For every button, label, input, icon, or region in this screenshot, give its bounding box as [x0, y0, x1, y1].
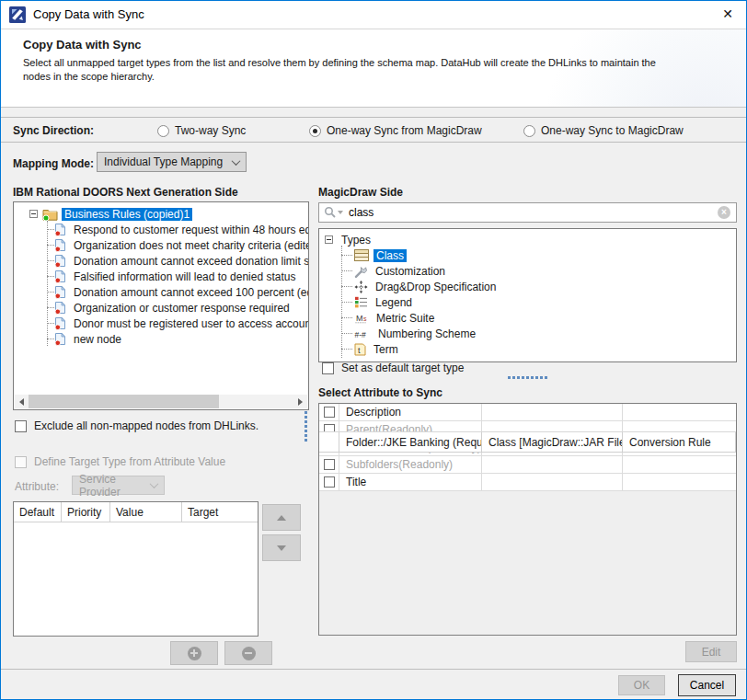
term-icon: t: [354, 343, 366, 356]
attribute-name-cell: Title: [339, 474, 482, 490]
tree-item-label: Donation amount cannot exceed donation l…: [71, 255, 309, 268]
collapse-expander-icon[interactable]: [325, 235, 333, 244]
set-default-target-checkbox-row[interactable]: Set as default target type: [322, 361, 464, 374]
sync-direction-label: Sync Direction:: [13, 124, 94, 137]
document-modified-icon: [54, 238, 66, 252]
attribute-checkbox-cell[interactable]: [319, 474, 339, 490]
define-target-type-label: Define Target Type from Attribute Value: [34, 455, 225, 468]
tree-item[interactable]: Organization or customer response requir…: [14, 300, 308, 316]
tree-item-label: Metric Suite: [374, 312, 437, 325]
tree-item-drag-drop-specification[interactable]: Drag&Drop Specification: [319, 279, 736, 294]
remove-row-button: [224, 641, 272, 665]
search-icon[interactable]: [324, 206, 343, 219]
close-icon[interactable]: ✕: [709, 1, 746, 29]
tree-item[interactable]: Donor must be registered user to access …: [14, 316, 308, 331]
sync-option[interactable]: One-way Sync from MagicDraw: [309, 124, 482, 137]
attribute-name-cell: Subfolders(Readonly): [339, 456, 482, 473]
tree-item[interactable]: Falsified information will lead to denie…: [14, 269, 308, 284]
tree-item-metric-suite[interactable]: MsMetric Suite: [319, 310, 736, 326]
vertical-splitter-handle[interactable]: [305, 411, 307, 442]
attribute-row[interactable]: Subfolders(Readonly): [319, 456, 736, 474]
tree-item-term[interactable]: tTerm: [319, 341, 736, 357]
move-up-button: [262, 504, 301, 531]
down-arrow-icon: [277, 545, 286, 551]
legend-icon: [354, 296, 368, 308]
tree-item[interactable]: Respond to customer request within 48 ho…: [14, 222, 308, 237]
document-modified-icon: [54, 332, 66, 346]
document-modified-icon: [54, 270, 66, 283]
tree-item-class[interactable]: Class: [319, 247, 736, 263]
attribute-row[interactable]: Title: [319, 474, 736, 491]
clear-search-icon[interactable]: ×: [718, 206, 730, 219]
tree-item-legend[interactable]: Legend: [319, 294, 736, 310]
target-attribute-cell[interactable]: [482, 404, 623, 420]
copy-data-with-sync-dialog: Copy Data with Sync ✕ Copy Data with Syn…: [0, 0, 747, 700]
attribute-sync-table[interactable]: Folder::/JKE Banking (Requi...Class [Mag…: [318, 403, 737, 636]
sync-option[interactable]: One-way Sync to MagicDraw: [523, 124, 684, 137]
target-attribute-cell[interactable]: [482, 474, 623, 490]
horizontal-scrollbar[interactable]: [15, 395, 307, 408]
exclude-nonmapped-checkbox-row[interactable]: Exclude all non-mapped nodes from DHLink…: [15, 419, 259, 432]
checkbox-icon[interactable]: [322, 362, 334, 374]
conversion-rule-cell[interactable]: [623, 474, 736, 490]
column-header: Folder::/JKE Banking (Requi...: [339, 432, 482, 452]
scrollbar-thumb[interactable]: [29, 395, 219, 408]
tree-item[interactable]: Donation amount cannot exceed donation l…: [14, 253, 308, 269]
conversion-rule-cell[interactable]: [623, 456, 736, 473]
chevron-down-icon: [232, 156, 241, 166]
tree-item-label: Class: [374, 249, 407, 262]
cancel-button[interactable]: Cancel: [678, 674, 736, 696]
exclude-nonmapped-label: Exclude all non-mapped nodes from DHLink…: [34, 419, 259, 432]
doors-tree[interactable]: Business Rules (copied)1 Respond to cust…: [13, 201, 309, 410]
tree-item-label: Customization: [373, 265, 448, 278]
checkbox-icon[interactable]: [324, 476, 335, 488]
tree-item-label: Term: [371, 343, 401, 356]
scroll-left-icon[interactable]: [15, 395, 29, 408]
value-mapping-table[interactable]: DefaultPriorityValueTarget: [13, 501, 259, 637]
tree-item[interactable]: Organization does not meet charity crite…: [14, 237, 308, 253]
tree-item-label: Donor must be registered user to access …: [71, 317, 309, 330]
metric-suite-icon: Ms: [354, 312, 369, 324]
attribute-select: Service Provider: [72, 476, 165, 495]
attribute-checkbox-cell[interactable]: [319, 404, 339, 420]
radio-icon[interactable]: [309, 125, 321, 137]
checkbox-icon[interactable]: [324, 407, 335, 418]
tree-item-numbering-scheme[interactable]: #-#Numbering Scheme: [319, 326, 736, 341]
edit-button: Edit: [685, 641, 737, 662]
radio-icon[interactable]: [523, 125, 535, 137]
types-tree[interactable]: Types ClassCustomizationDrag&Drop Specif…: [318, 228, 737, 362]
type-search-input[interactable]: [349, 206, 718, 219]
titlebar: Copy Data with Sync ✕: [1, 1, 746, 29]
set-default-target-label: Set as default target type: [341, 361, 464, 374]
mapping-mode-select[interactable]: Individual Type Mapping: [97, 152, 247, 172]
class-icon: [354, 249, 369, 261]
tree-item-customization[interactable]: Customization: [319, 263, 736, 279]
horizontal-splitter-handle[interactable]: [508, 376, 547, 379]
doors-tree-items: Respond to customer request within 48 ho…: [14, 222, 308, 347]
plus-icon: [188, 647, 201, 660]
attribute-checkbox-cell[interactable]: [319, 456, 339, 473]
tree-item-types-root[interactable]: Types: [319, 232, 736, 247]
radio-label: Two-way Sync: [175, 124, 246, 137]
tree-item-business-rules[interactable]: Business Rules (copied)1: [14, 206, 308, 222]
document-modified-icon: [54, 254, 66, 268]
tree-item[interactable]: new node: [14, 331, 308, 347]
conversion-rule-cell[interactable]: [623, 404, 736, 420]
scroll-right-icon[interactable]: [293, 395, 307, 408]
tree-item[interactable]: Donation amount cannot exceed 100 percen…: [14, 284, 308, 300]
radio-icon[interactable]: [157, 125, 169, 137]
scrollbar-track[interactable]: [29, 395, 293, 408]
tree-item-label: Organization does not meet charity crite…: [71, 239, 309, 252]
attribute-row[interactable]: Description: [319, 404, 736, 421]
collapse-expander-icon[interactable]: [29, 210, 38, 218]
move-icon: [354, 281, 368, 293]
type-search-box[interactable]: ×: [318, 202, 737, 223]
value-table-header: DefaultPriorityValueTarget: [14, 502, 258, 522]
checkbox-icon[interactable]: [15, 420, 27, 432]
document-modified-icon: [54, 223, 66, 236]
target-attribute-cell[interactable]: [482, 456, 623, 473]
checkbox-icon[interactable]: [324, 459, 335, 470]
folder-synced-icon: [42, 208, 58, 221]
define-target-type-checkbox-row: Define Target Type from Attribute Value: [15, 455, 225, 468]
sync-option[interactable]: Two-way Sync: [157, 124, 246, 137]
